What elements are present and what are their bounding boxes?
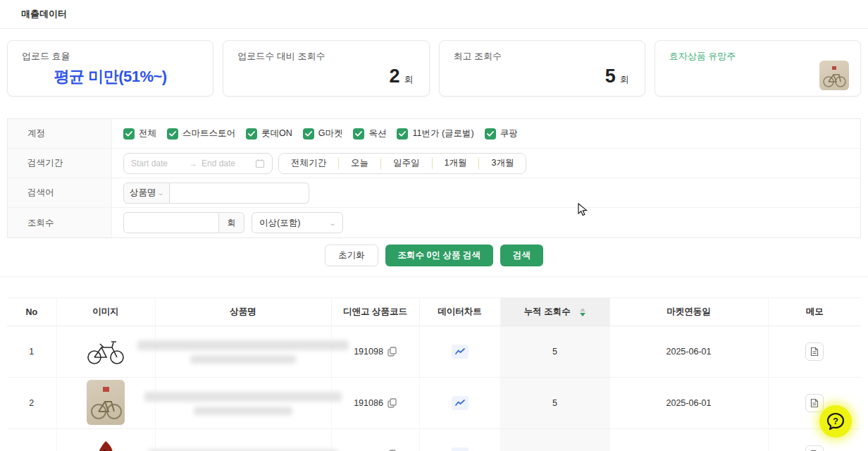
action-buttons: 초기화 조회수 0인 상품 검색 검색	[0, 245, 868, 266]
start-date-input[interactable]: Start date	[131, 159, 185, 168]
checkbox-checked-icon	[485, 128, 496, 140]
cell-image[interactable]	[56, 326, 155, 378]
col-header-market-link-date: 마켓연동일	[609, 298, 768, 326]
checkbox-checked-icon	[353, 128, 364, 140]
memo-button[interactable]	[805, 342, 824, 361]
preset-three-months[interactable]: 3개월	[479, 154, 526, 173]
table-header-row: No 이미지 상품명 디앤고 상품코드 데이터차트 누적 조회수 마켓연동일 메…	[7, 298, 861, 326]
sort-asc-icon	[580, 308, 585, 311]
card-label: 효자상품 유망주	[669, 50, 846, 63]
stat-cards: 업로드 효율 평균 미만(51%~) 업로드수 대비 조회수 2 회 최고 조회…	[7, 40, 861, 97]
checkbox-account-coupang[interactable]: 쿠팡	[485, 128, 518, 140]
svg-text:?: ?	[833, 416, 838, 426]
checkbox-account-11st-global[interactable]: 11번가 (글로벌)	[397, 128, 473, 140]
filter-label-period: 검색기간	[8, 149, 112, 178]
line-chart-icon[interactable]	[452, 447, 469, 451]
filter-row-views: 조회수 회 이상(포함) ⌄	[8, 208, 860, 237]
checkbox-checked-icon	[397, 128, 408, 140]
product-code-value: 191098	[354, 347, 383, 357]
views-count-input[interactable]	[123, 212, 219, 233]
filter-row-period: 검색기간 Start date → End date 전체기간 오늘 일주일 1	[8, 149, 860, 178]
col-header-total-views[interactable]: 누적 조회수	[500, 298, 609, 326]
col-header-no: No	[7, 298, 56, 326]
checkbox-label: G마켓	[318, 128, 343, 140]
cell-no: 1	[7, 326, 56, 378]
card-label: 최고 조회수	[454, 50, 631, 63]
card-upload-efficiency: 업로드 효율 평균 미만(51%~)	[7, 40, 213, 97]
reset-button[interactable]: 초기화	[325, 245, 378, 266]
table-row: 2 191086	[7, 378, 861, 429]
cell-no: 3	[7, 429, 56, 451]
table-row: 3 191119	[7, 429, 861, 451]
copy-icon[interactable]	[388, 398, 397, 408]
cell-product-code: 191098	[331, 326, 419, 378]
col-header-product-code: 디앤고 상품코드	[331, 298, 419, 326]
cell-total-views: 3	[500, 429, 609, 451]
zero-views-search-button[interactable]: 조회수 0인 상품 검색	[385, 245, 493, 266]
chevron-down-icon: ⌄	[328, 219, 337, 227]
max-views-value: 5	[605, 66, 616, 87]
product-code-value: 191086	[354, 398, 383, 408]
views-per-upload-unit: 회	[404, 73, 414, 86]
memo-button[interactable]	[805, 445, 824, 451]
checkbox-account-auction[interactable]: 옥션	[353, 128, 386, 140]
table-row: 1 191098	[7, 326, 861, 378]
section-divider	[0, 276, 868, 277]
views-condition-value: 이상(포함)	[259, 217, 300, 229]
results-table: No 이미지 상품명 디앤고 상품코드 데이터차트 누적 조회수 마켓연동일 메…	[7, 297, 861, 451]
search-button[interactable]: 검색	[500, 245, 543, 266]
promising-product-image[interactable]	[819, 61, 849, 90]
checkbox-label: 스마트스토어	[182, 128, 235, 140]
cell-image[interactable]	[56, 378, 155, 429]
bicycle-thumbnail-icon	[819, 61, 849, 90]
calendar-icon	[255, 159, 265, 168]
keyword-type-select[interactable]: 상품명 ⌄	[123, 183, 170, 204]
cell-data-chart	[419, 378, 500, 429]
memo-button[interactable]	[805, 394, 824, 412]
date-range-picker[interactable]: Start date → End date	[123, 153, 273, 174]
checkbox-account-lotteon[interactable]: 롯데ON	[246, 128, 292, 140]
checkbox-checked-icon	[123, 128, 135, 140]
checkbox-account-smartstore[interactable]: 스마트스토어	[167, 128, 235, 140]
filter-label-keyword: 검색어	[8, 178, 112, 207]
keyword-input[interactable]	[170, 183, 309, 204]
preset-all-period[interactable]: 전체기간	[279, 154, 338, 173]
cell-no: 2	[7, 378, 56, 429]
checkbox-label: 쿠팡	[500, 128, 518, 140]
cell-memo	[768, 326, 861, 378]
filter-panel: 계정 전체 스마트스토어 롯데ON G마켓 옥션	[7, 118, 861, 238]
cell-image[interactable]	[56, 429, 155, 451]
bicycle-line-drawing-icon	[85, 335, 126, 366]
preset-today[interactable]: 오늘	[339, 154, 380, 173]
cell-total-views: 5	[500, 378, 609, 429]
col-header-total-views-label: 누적 조회수	[524, 307, 571, 316]
period-preset-group: 전체기간 오늘 일주일 1개월 3개월	[278, 153, 526, 174]
keyword-type-value: 상품명	[130, 187, 156, 199]
checkbox-account-all[interactable]: 전체	[123, 128, 156, 140]
preset-one-month[interactable]: 1개월	[433, 154, 479, 173]
line-chart-icon[interactable]	[452, 396, 469, 410]
checkbox-label: 롯데ON	[261, 128, 292, 140]
card-max-views: 최고 조회수 5 회	[439, 40, 645, 97]
checkbox-checked-icon	[246, 128, 257, 140]
help-button[interactable]: ?	[819, 405, 852, 438]
line-chart-icon[interactable]	[452, 345, 469, 359]
cell-product-name-blurred	[155, 378, 331, 429]
preset-one-week[interactable]: 일주일	[381, 154, 432, 173]
page-title: 매출데이터	[21, 8, 67, 20]
cell-market-link-date: 2025-06-01	[609, 326, 768, 378]
views-unit-addon: 회	[219, 212, 244, 233]
checkbox-account-gmarket[interactable]: G마켓	[303, 128, 343, 140]
views-condition-select[interactable]: 이상(포함) ⌄	[252, 212, 343, 233]
cell-data-chart	[419, 326, 500, 378]
cell-data-chart	[419, 429, 500, 451]
product-photo	[87, 380, 125, 425]
max-views-unit: 회	[620, 73, 629, 86]
cell-product-name-blurred	[155, 326, 331, 378]
upload-efficiency-value: 평균 미만(51%~)	[8, 66, 213, 87]
copy-icon[interactable]	[388, 347, 397, 357]
card-label: 업로드수 대비 조회수	[237, 50, 414, 63]
sort-desc-icon	[580, 313, 585, 316]
end-date-input[interactable]: End date	[202, 159, 255, 168]
sort-icon[interactable]	[580, 308, 585, 316]
